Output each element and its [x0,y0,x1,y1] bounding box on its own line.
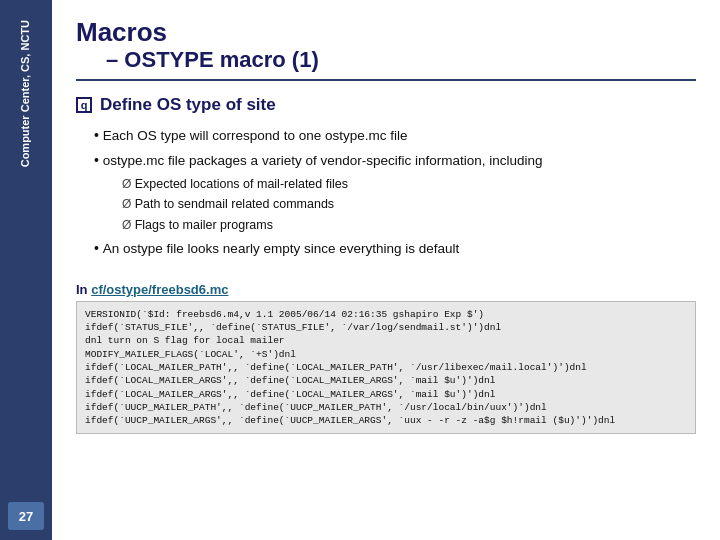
code-line: ifdef(`LOCAL_MAILER_ARGS',, `define(`LOC… [85,388,687,401]
code-line: dnl turn on S flag for local mailer [85,334,687,347]
sub-bullet-item: Flags to mailer programs [122,217,696,235]
code-line: ifdef(`STATUS_FILE',, `define(`STATUS_FI… [85,321,687,334]
code-line: MODIFY_MAILER_FLAGS(`LOCAL', `+S')dnl [85,348,687,361]
code-line: ifdef(`LOCAL_MAILER_ARGS',, `define(`LOC… [85,374,687,387]
title-block: Macros – OSTYPE macro (1) [76,18,696,81]
sub-bullet-item: Expected locations of mail-related files [122,176,696,194]
file-label-prefix: In [76,282,91,297]
bullet-list: Each OS type will correspond to one osty… [94,125,696,264]
bullet-item: An ostype file looks nearly empty since … [94,238,696,259]
code-line: ifdef(`UUCP_MAILER_PATH',, `define(`UUCP… [85,401,687,414]
bullet-item: ostype.mc file packages a variety of ven… [94,150,696,171]
code-line: VERSIONID(`$Id: freebsd6.m4,v 1.1 2005/0… [85,308,687,321]
sub-bullet-list: Expected locations of mail-related files… [122,176,696,235]
sidebar-label: Computer Center, CS, NCTU [18,20,33,167]
file-label: In cf/ostype/freebsd6.mc [76,282,696,297]
sub-bullet-item: Path to sendmail related commands [122,196,696,214]
slide-title-sub: – OSTYPE macro (1) [106,47,696,73]
checkbox-icon: q [76,97,92,113]
code-block: VERSIONID(`$Id: freebsd6.m4,v 1.1 2005/0… [76,301,696,435]
file-path: cf/ostype/freebsd6.mc [91,282,228,297]
main-content: Macros – OSTYPE macro (1) q Define OS ty… [52,0,720,540]
bullet-item: Each OS type will correspond to one osty… [94,125,696,146]
sidebar: Computer Center, CS, NCTU [0,0,52,540]
code-line: ifdef(`LOCAL_MAILER_PATH',, `define(`LOC… [85,361,687,374]
section-heading-text: Define OS type of site [100,95,276,115]
page-number: 27 [8,502,44,530]
section-heading: q Define OS type of site [76,95,696,115]
code-line: ifdef(`UUCP_MAILER_ARGS',, `define(`UUCP… [85,414,687,427]
slide-title-main: Macros [76,18,696,47]
